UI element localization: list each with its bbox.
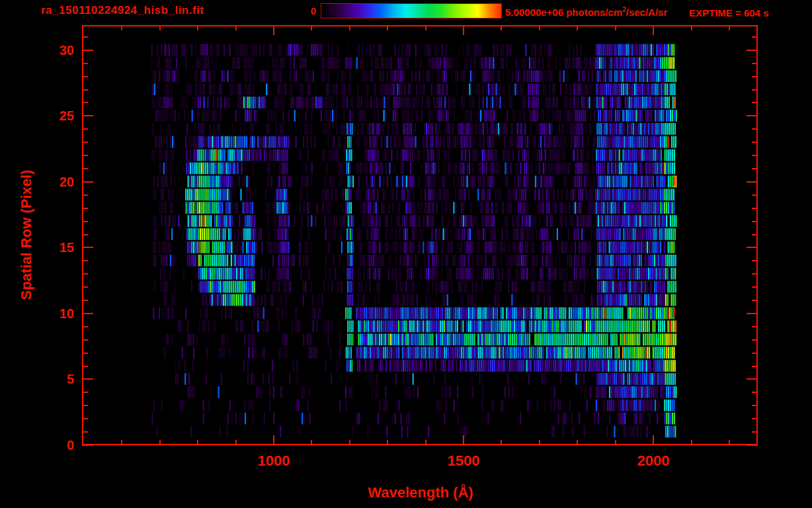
y-minor-tick [82, 286, 88, 288]
colorbar-units-suffix: /sec/A/sr [626, 7, 668, 18]
y-minor-tick [752, 431, 758, 433]
y-minor-tick [752, 168, 758, 169]
y-major-tick [82, 181, 93, 183]
y-minor-tick [82, 234, 88, 235]
x-minor-tick [121, 25, 122, 30]
x-major-tick [653, 435, 654, 445]
x-minor-tick [501, 25, 502, 30]
y-minor-tick [82, 339, 88, 341]
y-minor-tick [752, 339, 758, 341]
y-tick-label: 20 [42, 175, 74, 189]
y-major-tick [82, 115, 93, 116]
x-minor-tick [691, 25, 692, 30]
colorbar-min-label: 0 [290, 5, 316, 17]
x-major-tick [273, 435, 274, 445]
x-minor-tick [197, 440, 198, 445]
y-minor-tick [752, 63, 758, 64]
y-minor-tick [752, 300, 758, 301]
y-major-tick [747, 378, 758, 380]
y-minor-tick [82, 431, 88, 433]
y-minor-tick [752, 326, 758, 327]
exptime-label: EXPTIME = 604 s [689, 7, 768, 19]
x-tick-label: 1000 [244, 453, 304, 469]
y-minor-tick [752, 155, 758, 156]
x-minor-tick [539, 25, 540, 30]
y-minor-tick [82, 155, 88, 156]
y-minor-tick [82, 221, 88, 222]
x-minor-tick [349, 440, 350, 445]
y-minor-tick [752, 273, 758, 275]
y-major-tick [747, 181, 758, 183]
y-major-tick [747, 313, 758, 314]
y-major-tick [747, 115, 758, 116]
y-minor-tick [752, 76, 758, 77]
colorbar-max-value: 5.00000e+06 [505, 7, 563, 18]
y-minor-tick [752, 208, 758, 209]
y-minor-tick [752, 102, 758, 103]
y-minor-tick [752, 128, 758, 130]
y-minor-tick [752, 353, 758, 354]
y-minor-tick [752, 418, 758, 419]
y-major-tick [82, 378, 93, 380]
x-minor-tick [235, 25, 237, 30]
x-minor-tick [311, 440, 312, 445]
y-tick-label: 10 [42, 306, 74, 321]
x-tick-label: 1500 [434, 453, 493, 469]
x-minor-tick [577, 440, 578, 445]
y-minor-tick [82, 102, 88, 103]
x-tick-label: 2000 [624, 453, 683, 469]
y-minor-tick [82, 194, 88, 196]
x-minor-tick [311, 25, 312, 30]
y-tick-label: 25 [42, 108, 74, 123]
y-minor-tick [752, 89, 758, 91]
x-minor-tick [425, 25, 426, 30]
x-major-tick [273, 25, 274, 35]
x-minor-tick [387, 25, 388, 30]
y-minor-tick [82, 142, 88, 143]
x-minor-tick [349, 25, 350, 30]
y-minor-tick [82, 36, 88, 38]
y-minor-tick [82, 353, 88, 354]
y-minor-tick [82, 208, 88, 209]
x-major-tick [463, 25, 464, 35]
y-minor-tick [752, 260, 758, 261]
x-minor-tick [615, 440, 616, 445]
y-tick-label: 15 [42, 240, 74, 255]
x-minor-tick [577, 25, 578, 30]
x-major-tick [463, 435, 464, 445]
y-minor-tick [752, 286, 758, 288]
y-minor-tick [752, 234, 758, 235]
y-minor-tick [82, 273, 88, 275]
x-minor-tick [615, 25, 616, 30]
y-minor-tick [82, 405, 88, 406]
y-minor-tick [752, 221, 758, 222]
colorbar-gradient [321, 3, 502, 19]
y-tick-label: 0 [42, 438, 74, 452]
y-minor-tick [82, 300, 88, 301]
y-major-tick [82, 50, 93, 51]
y-major-tick [747, 444, 758, 446]
x-minor-tick [159, 25, 161, 30]
y-major-tick [747, 50, 758, 51]
colorbar-units-prefix: photons/cm [563, 7, 622, 18]
x-minor-tick [159, 440, 161, 445]
colorbar-max-label: 5.00000e+06 photons/cm2/sec/A/sr [505, 6, 667, 18]
file-title: ra_150110224924_hisb_lin.fit [41, 4, 204, 17]
y-minor-tick [752, 392, 758, 393]
x-minor-tick [539, 440, 540, 445]
y-minor-tick [752, 142, 758, 143]
y-minor-tick [82, 260, 88, 261]
y-tick-label: 5 [42, 372, 74, 386]
x-minor-tick [501, 440, 502, 445]
y-minor-tick [82, 76, 88, 77]
y-tick-label: 30 [42, 43, 74, 58]
y-minor-tick [752, 36, 758, 38]
x-minor-tick [235, 440, 237, 445]
y-minor-tick [82, 168, 88, 169]
y-major-tick [82, 313, 93, 314]
y-minor-tick [82, 63, 88, 64]
y-minor-tick [752, 405, 758, 406]
y-axis-title: Spatial Row (Pixel) [18, 170, 35, 300]
y-major-tick [82, 247, 93, 248]
y-minor-tick [82, 128, 88, 130]
